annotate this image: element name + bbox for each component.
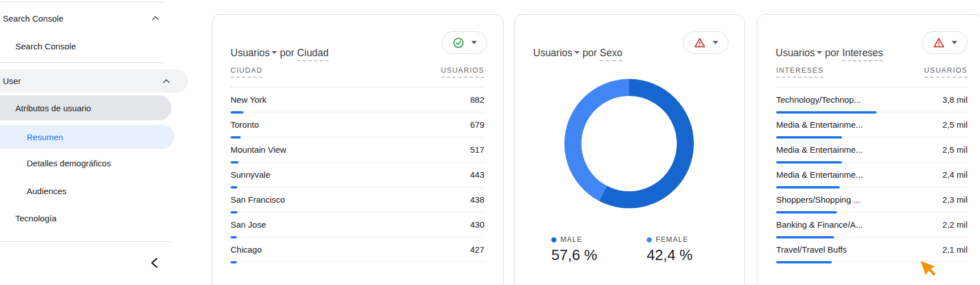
dimension-link[interactable]: Intereses	[842, 47, 883, 61]
data-table: New York 882 Toronto 679 Mountain View 5…	[231, 87, 484, 262]
row-value: 443	[470, 170, 484, 179]
metric-label: Usuarios	[776, 47, 815, 59]
row-value: 517	[470, 145, 484, 154]
sidebar-item-audiences[interactable]: Audiences	[27, 179, 66, 202]
row-value: 2,1 mil	[943, 245, 968, 254]
row-label: Travel/Travel Buffs	[776, 245, 847, 254]
row-label: Banking & Finance/A...	[776, 220, 863, 229]
metric-selector[interactable]: Usuarios	[231, 47, 277, 59]
column-header-metric[interactable]: USUARIOS	[441, 66, 485, 78]
row-label: San Francisco	[231, 195, 285, 204]
metric-selector[interactable]: Usuarios	[776, 47, 822, 59]
table-row[interactable]: Shoppers/Shopping ... 2,3 mil	[776, 187, 968, 212]
status-pill[interactable]	[683, 31, 728, 54]
card-usuarios-por-sexo: Usuarios por Sexo MALE 57,6 %	[514, 14, 745, 285]
legend-value: 57,6 %	[551, 246, 597, 264]
caret-down-icon	[574, 51, 580, 54]
title-connector: por	[825, 47, 839, 59]
row-label: New York	[231, 95, 266, 104]
row-value: 679	[470, 120, 484, 129]
row-label: San Jose	[231, 220, 266, 229]
table-row[interactable]: New York 882	[231, 87, 484, 112]
warning-triangle-icon	[693, 36, 706, 49]
legend-dot-female	[647, 237, 652, 242]
card-usuarios-por-ciudad: Usuarios por Ciudad CIUDAD USUARIOS New …	[212, 14, 504, 285]
chevron-left-icon	[148, 255, 162, 270]
warning-triangle-icon	[932, 36, 945, 49]
sidebar-item-search-console[interactable]: Search Console	[15, 35, 76, 57]
nav-expand-icon: ›	[0, 43, 3, 51]
sidebar-collapse-button[interactable]	[147, 255, 163, 271]
legend-dot-male	[551, 237, 556, 242]
row-value: 2,2 mil	[943, 220, 968, 229]
sidebar-item-atributos-de-usuario[interactable]: Atributos de usuario	[0, 95, 171, 120]
donut-chart[interactable]	[564, 79, 694, 208]
nav-expand-icon: ›	[0, 215, 3, 223]
status-pill[interactable]	[922, 31, 968, 54]
table-row[interactable]: Media & Entertainme... 2,4 mil	[776, 162, 968, 187]
chevron-up-icon	[150, 12, 161, 24]
row-value: 2,3 mil	[943, 195, 968, 204]
divider	[0, 62, 164, 63]
caret-down-icon	[816, 51, 822, 54]
dimension-link[interactable]: Sexo	[600, 47, 622, 61]
table-row[interactable]: Chicago 427	[231, 237, 484, 262]
status-pill[interactable]	[442, 31, 487, 54]
legend-label: MALE	[560, 236, 583, 244]
title-connector: por	[583, 47, 597, 59]
table-row[interactable]: San Jose 430	[231, 212, 484, 237]
dimension-link[interactable]: Ciudad	[297, 47, 328, 61]
table-row[interactable]: San Francisco 438	[231, 187, 484, 212]
sidebar-item-tecnologia[interactable]: Tecnología	[15, 207, 57, 229]
sidebar-item-detalles-demograficos[interactable]: Detalles demográficos	[27, 152, 111, 174]
legend-item-female: FEMALE 42,4 %	[647, 236, 693, 264]
chevron-up-icon	[161, 76, 172, 87]
row-value: 427	[470, 245, 484, 254]
nav-section-user[interactable]: User	[0, 69, 188, 93]
column-headers: INTERESES USUARIOS	[776, 66, 968, 78]
row-value: 430	[470, 220, 484, 229]
table-row[interactable]: Toronto 679	[231, 112, 484, 137]
row-label: Media & Entertainme...	[776, 170, 863, 179]
legend-value: 42,4 %	[647, 246, 693, 264]
table-row[interactable]: Media & Entertainme... 2,5 mil	[776, 112, 968, 137]
table-row[interactable]: Sunnyvale 443	[231, 162, 484, 187]
sidebar-item-label: Resumen	[27, 132, 63, 142]
divider	[0, 241, 172, 242]
sidebar-item-label: Audiences	[27, 186, 66, 196]
legend-item-male: MALE 57,6 %	[551, 236, 597, 264]
row-value: 2,5 mil	[943, 120, 968, 129]
nav-section-search-console[interactable]: Search Console	[3, 7, 161, 30]
row-value: 2,4 mil	[943, 170, 968, 179]
card-title: Usuarios por Ciudad	[231, 47, 329, 61]
column-header-metric[interactable]: USUARIOS	[924, 66, 968, 78]
card-title: Usuarios por Intereses	[776, 47, 883, 61]
row-label: Media & Entertainme...	[776, 120, 863, 129]
row-bar	[776, 261, 832, 263]
table-row[interactable]: Technology/Technop... 3,8 mil	[776, 87, 968, 112]
table-row[interactable]: Travel/Travel Buffs 2,1 mil	[776, 237, 968, 262]
caret-down-icon	[271, 51, 277, 54]
row-label: Technology/Technop...	[776, 95, 861, 104]
nav-section-label: User	[3, 76, 21, 86]
table-row[interactable]: Media & Entertainme... 2,5 mil	[776, 137, 968, 162]
row-label: Sunnyvale	[231, 170, 270, 179]
row-label: Shoppers/Shopping ...	[776, 195, 860, 204]
sidebar-item-resumen-selected[interactable]: Resumen	[0, 125, 174, 149]
sidebar-item-label: Detalles demográficos	[27, 158, 111, 168]
row-value: 438	[470, 195, 484, 204]
table-row[interactable]: Mountain View 517	[231, 137, 484, 162]
row-bar	[231, 261, 237, 263]
title-connector: por	[280, 47, 294, 59]
card-usuarios-por-intereses: Usuarios por Intereses INTERESES USUARIO…	[757, 14, 980, 285]
check-circle-icon	[452, 36, 465, 49]
nav-section-label: Search Console	[3, 14, 64, 23]
row-label: Media & Entertainme...	[776, 145, 863, 154]
column-header-dimension[interactable]: INTERESES	[776, 66, 823, 78]
sidebar-item-label: Tecnología	[15, 213, 57, 223]
row-label: Chicago	[231, 245, 262, 254]
card-title: Usuarios por Sexo	[533, 47, 622, 61]
metric-selector[interactable]: Usuarios	[533, 47, 580, 59]
table-row[interactable]: Banking & Finance/A... 2,2 mil	[776, 212, 968, 237]
column-header-dimension[interactable]: CIUDAD	[231, 66, 262, 78]
